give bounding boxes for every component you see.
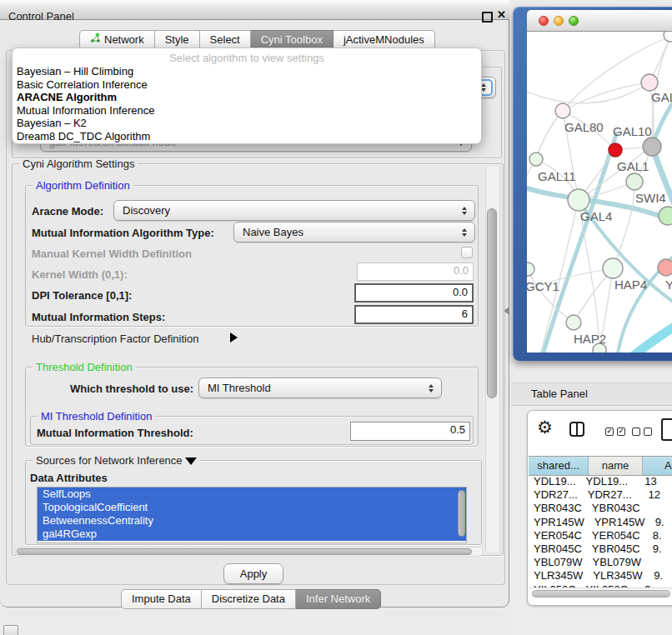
which-threshold-combo[interactable]: MI Threshold: [198, 378, 442, 398]
collapse-down-icon[interactable]: [185, 458, 197, 465]
table-hscrollbar-thumb[interactable]: [532, 590, 670, 598]
settings-scrollbar-thumb[interactable]: [487, 208, 497, 398]
dpi-tolerance-label: DPI Tolerance [0,1]:: [32, 289, 132, 302]
algorithm-option[interactable]: Dream8 DC_TDC Algorithm: [17, 130, 477, 143]
network-node[interactable]: [529, 152, 543, 166]
control-panel-titlebar[interactable]: [0, 0, 509, 20]
column-header[interactable]: name: [589, 457, 643, 475]
unchecked-box-icon[interactable]: [644, 428, 652, 436]
attribute-item[interactable]: SelfLoops: [38, 488, 466, 501]
window-restore-icon[interactable]: [482, 12, 493, 22]
checked-box-icon[interactable]: ✓: [617, 428, 625, 436]
network-window-titlebar[interactable]: [527, 10, 672, 32]
gear-icon[interactable]: ⚙: [537, 419, 553, 436]
node-table-window: ⚙ ✓ ✓ shared...nameA YDL19...YDL19...13Y…: [527, 410, 672, 606]
expand-right-icon[interactable]: [230, 332, 238, 342]
close-traffic-light-icon[interactable]: [539, 16, 549, 26]
table-rows: YDL19...YDL19...13YDR27...YDR27...12YBR0…: [529, 475, 672, 582]
network-window[interactable]: GAL7GAL80GAL10GAL1GAL11SWI4GAL4HAP4YGCY1…: [513, 7, 672, 361]
cyni-mode-tabs: Impute DataDiscretize DataInfer Network: [121, 589, 381, 609]
network-node[interactable]: [658, 259, 672, 276]
network-node[interactable]: [566, 315, 581, 330]
zoom-traffic-light-icon[interactable]: [569, 16, 579, 26]
algorithm-dropdown-popup: Select algorithm to view settings Bayesi…: [12, 48, 482, 144]
algorithm-option[interactable]: Bayesian – K2: [17, 117, 477, 130]
kernel-width-field[interactable]: 0.0: [357, 262, 474, 281]
network-graph: GAL7GAL80GAL10GAL1GAL11SWI4GAL4HAP4YGCY1…: [527, 32, 672, 352]
mi-type-combo[interactable]: Naive Bayes: [233, 222, 475, 242]
algorithm-option-list: Bayesian – Hill ClimbingBasic Correlatio…: [17, 65, 477, 142]
mi-threshold-field[interactable]: 0.5: [350, 422, 470, 441]
attributes-scrollbar-thumb[interactable]: [458, 490, 465, 537]
settings-hscrollbar-thumb[interactable]: [17, 548, 472, 555]
table-cell: [636, 502, 672, 515]
panel-collapse-icon[interactable]: [504, 307, 509, 315]
table-row[interactable]: YBR043CYBR043C: [529, 502, 672, 515]
column-header[interactable]: shared...: [529, 457, 589, 475]
table-row[interactable]: YLR345WYLR345W9.: [529, 569, 672, 582]
chevron-up-icon: [462, 207, 467, 210]
control-panel-title: Control Panel: [8, 10, 74, 22]
table-cell: 13: [628, 475, 672, 488]
mi-type-label: Mutual Information Algorithm Type:: [32, 227, 214, 239]
table-hscrollbar-track[interactable]: [529, 588, 672, 599]
algorithm-definition-title: Algorithm Definition: [33, 179, 133, 192]
algorithm-option[interactable]: Mutual Information Inference: [17, 104, 477, 118]
aracne-mode-combo[interactable]: Discovery: [113, 200, 475, 221]
apply-button[interactable]: Apply: [223, 563, 283, 584]
checked-box-icon[interactable]: ✓: [605, 428, 614, 436]
bottom-tab-infer-network[interactable]: Infer Network: [296, 589, 381, 609]
network-node-label: GAL4: [580, 209, 612, 223]
network-node[interactable]: [641, 74, 658, 91]
table-row[interactable]: YBL079WYBL079W: [529, 556, 672, 569]
table-row[interactable]: YER054CYER054C8.: [529, 529, 672, 542]
network-node[interactable]: [664, 32, 672, 42]
combo-stepper[interactable]: [458, 207, 471, 215]
table-cell: YLR345W: [529, 569, 583, 582]
network-node[interactable]: [643, 138, 661, 156]
chevron-down-icon: [462, 212, 467, 215]
network-node[interactable]: [555, 103, 570, 118]
network-node[interactable]: [626, 173, 643, 190]
network-node[interactable]: [527, 262, 534, 276]
data-attributes-list[interactable]: SelfLoopsTopologicalCoefficientBetweenne…: [37, 487, 467, 543]
table-mode-icon[interactable]: [661, 418, 672, 441]
which-threshold-label: Which threshold to use:: [70, 382, 193, 395]
bottom-tab-discretize-data[interactable]: Discretize Data: [202, 589, 296, 609]
column-header[interactable]: A: [643, 457, 672, 475]
columns-icon[interactable]: [569, 422, 584, 437]
dpi-tolerance-field[interactable]: 0.0: [354, 283, 474, 302]
attribute-item[interactable]: TopologicalCoefficient: [38, 501, 466, 514]
window-close-icon[interactable]: ✕: [497, 8, 506, 21]
bottom-tab-impute-data[interactable]: Impute Data: [121, 589, 202, 609]
desktop: { "titlebar": {"title": "Control Panel"}…: [0, 0, 672, 635]
table-row[interactable]: YBR045CYBR045C9.: [529, 542, 672, 556]
minimize-traffic-light-icon[interactable]: [554, 16, 564, 26]
table-row[interactable]: YDL19...YDL19...13: [529, 475, 672, 488]
data-attributes-label: Data Attributes: [30, 472, 108, 484]
attribute-item[interactable]: gal4RGexp: [38, 528, 466, 541]
unchecked-box-icon[interactable]: [632, 428, 640, 436]
network-node[interactable]: [609, 143, 622, 157]
combo-stepper[interactable]: [424, 384, 438, 392]
mi-steps-field[interactable]: 6: [354, 305, 474, 324]
table-row[interactable]: YPR145WYPR145W9.: [529, 516, 672, 529]
combo-stepper[interactable]: [458, 228, 471, 237]
network-node-label: GAL1: [617, 159, 649, 173]
table-row[interactable]: YDR27...YDR27...12: [529, 488, 672, 502]
minimized-window-icon[interactable]: [3, 625, 18, 635]
algorithm-option[interactable]: Bayesian – Hill Climbing: [17, 65, 477, 78]
network-node[interactable]: [568, 189, 589, 211]
algorithm-option[interactable]: ARACNE Algorithm: [17, 91, 477, 104]
network-node-label: GAL80: [564, 120, 604, 134]
network-canvas[interactable]: GAL7GAL80GAL10GAL1GAL11SWI4GAL4HAP4YGCY1…: [527, 32, 672, 352]
network-labels: GAL7GAL80GAL10GAL1GAL11SWI4GAL4HAP4YGCY1…: [527, 90, 672, 346]
chevron-down-icon: [429, 389, 434, 392]
chevron-up-icon: [462, 228, 467, 232]
algorithm-option[interactable]: Basic Correlation Inference: [17, 78, 477, 92]
attribute-item[interactable]: BetweennessCentrality: [38, 514, 466, 528]
manual-kernel-checkbox[interactable]: [461, 247, 473, 258]
dropdown-prompt: Select algorithm to view settings: [13, 52, 481, 64]
network-node[interactable]: [659, 207, 672, 225]
network-node[interactable]: [603, 258, 623, 278]
